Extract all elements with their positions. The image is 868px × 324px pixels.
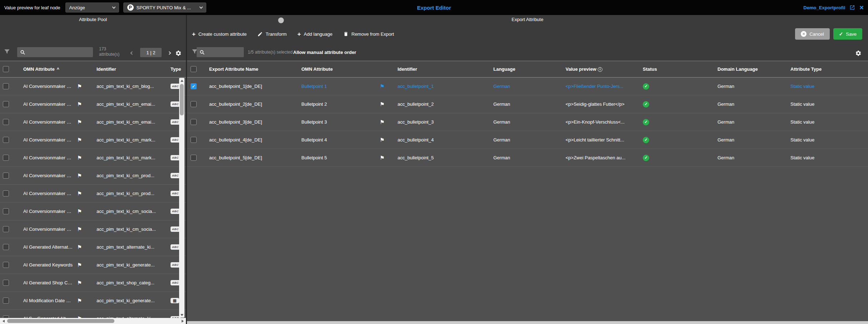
attribute-pool-row[interactable]: ✓ AI Generated Shop Cat... ⚑ acc_pim_tex…: [0, 274, 186, 292]
row-checkbox[interactable]: ✓: [191, 155, 197, 161]
row-checkbox[interactable]: ✓: [3, 155, 9, 161]
close-button[interactable]: ×: [859, 4, 864, 11]
export-attribute-row[interactable]: ✓ acc_bulletpoint_2[de_DE] Bulletpoint 2…: [187, 95, 868, 113]
attribute-pool-row[interactable]: ✓ AI Conversionmaker S... ⚑ acc_pim_text…: [0, 220, 186, 238]
attribute-pool-row[interactable]: ✓ AI Conversionmaker E... ⚑ acc_pim_text…: [0, 95, 186, 113]
row-checkbox[interactable]: ✓: [3, 262, 9, 268]
attribute-pool-search-input[interactable]: [28, 50, 90, 55]
column-domain-language[interactable]: Domain Language: [709, 66, 782, 72]
flag-icon: ⚑: [77, 137, 82, 143]
scroll-up-icon[interactable]: [179, 78, 184, 83]
add-language-button[interactable]: + Add language: [297, 31, 332, 37]
attribute-pool-row[interactable]: ✓ AI Generated Alternate... ⚑ acc_pim_te…: [0, 238, 186, 256]
row-checkbox[interactable]: ✓: [3, 315, 9, 318]
attribute-pool-row[interactable]: ✓ AI Conversionmaker S... ⚑ acc_pim_text…: [0, 203, 186, 220]
info-icon[interactable]: i: [598, 67, 602, 72]
export-attribute-row[interactable]: ✓ acc_bulletpoint_1[de_DE] Bulletpoint 1…: [187, 78, 868, 95]
remove-from-export-button[interactable]: Remove from Export: [343, 31, 394, 37]
filter-icon[interactable]: [4, 48, 10, 55]
attribute-pool-row[interactable]: ✓ AI Conversionmaker M... ⚑ acc_pim_text…: [0, 131, 186, 149]
row-checkbox[interactable]: ✓: [3, 208, 9, 214]
create-custom-attribute-button[interactable]: + Create custom attribute: [192, 31, 247, 37]
type-badge: ABC: [171, 262, 180, 268]
vertical-scrollbar[interactable]: [179, 78, 184, 318]
attribute-pool-row[interactable]: ✓ AI S... Generated Alt... ⚑ acc_pim_tex…: [0, 310, 186, 318]
column-identifier[interactable]: Identifier: [388, 66, 484, 72]
horizontal-scrollbar[interactable]: [0, 318, 186, 324]
attribute-pool-row[interactable]: ✓ AI Conversionmaker Bl... ⚑ acc_pim_tex…: [0, 78, 186, 95]
export-attribute-search[interactable]: [197, 47, 244, 57]
export-attribute-name: acc_bulletpoint_1[de_DE]: [201, 84, 294, 89]
row-checkbox[interactable]: ✓: [191, 137, 197, 143]
category-dropdown[interactable]: Anzüge: [65, 3, 119, 13]
attribute-pool-row[interactable]: ✓ AI Conversionmaker Pr... ⚑ acc_pim_tex…: [0, 185, 186, 203]
attribute-pool-row[interactable]: ✓ AI Conversionmaker M... ⚑ acc_pim_text…: [0, 149, 186, 167]
row-checkbox[interactable]: ✓: [3, 280, 9, 286]
row-checkbox[interactable]: ✓: [3, 190, 9, 196]
attribute-identifier: acc_bulletpoint_1: [388, 84, 484, 89]
export-attribute-row[interactable]: ✓ acc_bulletpoint_4[de_DE] Bulletpoint 4…: [187, 131, 868, 149]
horizontal-scrollbar-track[interactable]: [187, 321, 868, 324]
attribute-identifier: acc_pim_text_ki_cm_emai...: [86, 119, 163, 125]
row-checkbox[interactable]: ✓: [3, 244, 9, 250]
settings-gear-icon[interactable]: [855, 50, 862, 56]
column-export-attribute-name[interactable]: Export Attribute Name: [201, 66, 294, 72]
column-identifier[interactable]: Identifier: [86, 66, 163, 72]
export-editor-window: Value preview for leaf node Anzüge P SPO…: [0, 0, 868, 324]
row-checkbox[interactable]: ✓: [3, 119, 9, 125]
row-checkbox[interactable]: ✓: [3, 137, 9, 143]
transform-button[interactable]: Transform: [257, 31, 287, 37]
attribute-identifier: acc_pim_text_ki_generate...: [86, 298, 163, 303]
omn-attribute-name: Bulletpoint 1: [294, 84, 376, 89]
previous-page-icon[interactable]: [130, 51, 134, 55]
next-page-icon[interactable]: [168, 51, 171, 55]
cancel-button[interactable]: × Cancel: [795, 28, 829, 40]
flag-icon: ⚑: [380, 83, 384, 90]
attribute-identifier: acc_bulletpoint_4: [388, 137, 484, 143]
omn-attribute-name: AI Conversionmaker S...: [17, 226, 73, 232]
row-checkbox[interactable]: ✓: [3, 226, 9, 232]
row-checkbox[interactable]: ✓: [191, 101, 197, 107]
attribute-pool-row[interactable]: ✓ AI Modification Date G... ⚑ acc_pim_te…: [0, 292, 186, 310]
row-checkbox[interactable]: ✓: [191, 119, 197, 125]
select-all-checkbox[interactable]: ✓: [3, 66, 9, 72]
attribute-pool-row[interactable]: ✓ AI Conversionmaker Pr... ⚑ acc_pim_tex…: [0, 167, 186, 185]
row-checkbox[interactable]: ✓: [3, 83, 9, 89]
scroll-down-icon[interactable]: [179, 312, 184, 318]
attribute-pool-search[interactable]: [17, 47, 93, 57]
top-bar: Value preview for leaf node Anzüge P SPO…: [0, 0, 868, 15]
attribute-pool-row[interactable]: ✓ AI Generated Keywords ⚑ acc_pim_text_k…: [0, 256, 186, 274]
export-attribute-search-input[interactable]: [207, 50, 241, 55]
type-badge: ▦: [171, 298, 179, 303]
column-value-preview[interactable]: Value previewi: [557, 66, 634, 72]
scroll-left-icon[interactable]: [1, 318, 6, 324]
row-checkbox[interactable]: ✓: [191, 83, 197, 89]
export-attribute-row[interactable]: ✓ acc_bulletpoint_5[de_DE] Bulletpoint 5…: [187, 149, 868, 167]
row-checkbox[interactable]: ✓: [3, 298, 9, 304]
open-external-button[interactable]: [849, 5, 855, 10]
column-status[interactable]: Status: [634, 66, 709, 72]
column-language[interactable]: Language: [484, 66, 557, 72]
flag-icon: ⚑: [77, 190, 82, 197]
settings-gear-icon[interactable]: [175, 50, 182, 56]
attribute-pool-title: Attribute Pool: [0, 15, 186, 24]
check-icon: ✓: [839, 31, 843, 37]
plus-icon: +: [297, 31, 301, 37]
select-all-checkbox[interactable]: ✓: [191, 66, 197, 72]
vertical-scrollbar-thumb[interactable]: [180, 84, 184, 115]
row-checkbox[interactable]: ✓: [3, 173, 9, 179]
column-attribute-type[interactable]: Attribute Type: [782, 66, 868, 72]
row-checkbox[interactable]: ✓: [3, 101, 9, 107]
export-attribute-row[interactable]: ✓ acc_bulletpoint_3[de_DE] Bulletpoint 3…: [187, 113, 868, 131]
type-badge: ABC: [171, 155, 180, 160]
column-type[interactable]: Type: [163, 66, 186, 72]
scroll-right-icon[interactable]: [180, 318, 185, 324]
save-button[interactable]: ✓ Save: [833, 28, 862, 40]
attribute-pool-row[interactable]: ✓ AI Conversionmaker E... ⚑ acc_pim_text…: [0, 113, 186, 131]
column-omn-attribute[interactable]: OMN Attribute: [294, 66, 376, 72]
value-preview: <p>Seidig-glattes Futter</p>: [557, 101, 634, 107]
export-profile-name[interactable]: Demo_Exportprofil: [803, 5, 845, 10]
horizontal-scrollbar-thumb[interactable]: [7, 319, 114, 323]
product-dropdown[interactable]: P SPORTY PUNTO Mix & ...: [123, 3, 206, 13]
column-omn-attribute[interactable]: OMN Attribute^: [17, 66, 73, 72]
